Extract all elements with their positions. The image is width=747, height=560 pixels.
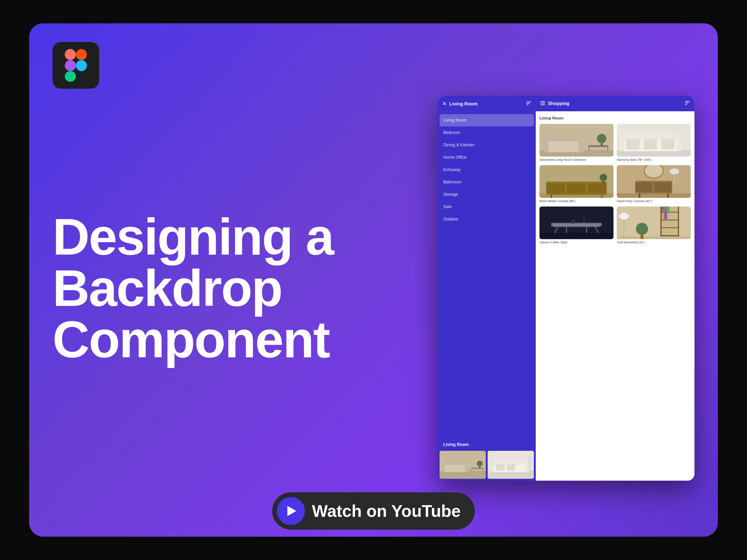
- svg-rect-1: [76, 49, 87, 60]
- svg-rect-37: [546, 139, 583, 152]
- nav-item-sale[interactable]: Sale: [438, 201, 536, 213]
- svg-rect-60: [588, 183, 606, 193]
- product-card-6[interactable]: Jordi Bookshelf (32"): [617, 207, 691, 244]
- svg-rect-101: [641, 235, 643, 239]
- product-name-1: Streamline Living Room Collection: [539, 158, 614, 162]
- svg-rect-93: [661, 227, 679, 228]
- svg-rect-66: [617, 193, 691, 198]
- play-circle: [277, 497, 305, 525]
- svg-rect-10: [443, 464, 468, 472]
- product-name-6: Jordi Bookshelf (32"): [617, 241, 691, 244]
- nav-item-home-office[interactable]: Home Office: [438, 151, 536, 164]
- product-card-2[interactable]: Harmony Sofa (76"–104"): [617, 124, 691, 162]
- svg-rect-85: [617, 207, 691, 239]
- svg-point-3: [76, 60, 87, 72]
- main-card: Designing a Backdrop Component ✕ Living …: [29, 23, 718, 537]
- svg-rect-31: [540, 105, 545, 105]
- svg-rect-68: [635, 183, 652, 192]
- svg-rect-41: [588, 145, 608, 147]
- product-image-5: [539, 207, 614, 239]
- svg-rect-54: [661, 139, 675, 149]
- nav-item-storage[interactable]: Storage: [438, 188, 536, 201]
- shopping-panel: Shopping Living Room: [536, 96, 694, 481]
- svg-point-103: [619, 213, 629, 219]
- svg-point-63: [600, 174, 607, 181]
- nav-item-dining-kitchen[interactable]: Dining & Kitchen: [438, 139, 536, 151]
- product-image-2: [617, 124, 691, 157]
- svg-rect-97: [667, 207, 670, 212]
- product-name-5: Volume Coffee Table: [539, 241, 614, 244]
- svg-rect-84: [583, 217, 585, 223]
- product-image-3: [539, 165, 614, 198]
- svg-rect-11: [443, 460, 468, 465]
- svg-rect-5: [526, 102, 531, 102]
- svg-rect-69: [654, 183, 671, 192]
- product-card-3[interactable]: Norre Media Console (80"): [539, 165, 614, 203]
- svg-point-44: [597, 134, 606, 143]
- product-card-4[interactable]: Hazel Entry Console (42"): [617, 165, 691, 203]
- figma-icon: [63, 49, 89, 82]
- play-icon: [287, 506, 296, 516]
- product-image-6: [617, 207, 691, 239]
- shopping-section-label: Living Room: [539, 116, 691, 121]
- products-grid: Streamline Living Room Collection: [539, 124, 691, 244]
- svg-rect-2: [65, 60, 76, 72]
- main-heading: Designing a Backdrop Component: [53, 211, 419, 365]
- nav-close-icon[interactable]: ✕: [442, 101, 446, 107]
- cta-label: Watch on YouTube: [312, 501, 461, 521]
- product-image-1: [539, 124, 614, 157]
- nav-filter-icon[interactable]: [526, 102, 531, 106]
- product-card-5[interactable]: Volume Coffee Table: [539, 207, 614, 244]
- svg-point-17: [477, 461, 483, 466]
- svg-rect-12: [442, 463, 445, 472]
- nav-products-grid: [438, 449, 536, 481]
- svg-rect-23: [491, 463, 495, 472]
- nav-items-list: Living Room Bedroom Dining & Kitchen Hom…: [438, 112, 536, 438]
- svg-rect-14: [471, 468, 483, 469]
- svg-rect-26: [507, 464, 515, 471]
- svg-rect-7: [526, 105, 528, 105]
- cta-container: Watch on YouTube: [53, 481, 694, 537]
- nav-item-outdoor[interactable]: Outdoor: [438, 213, 536, 225]
- svg-rect-30: [540, 103, 545, 104]
- product-image-4: [617, 165, 691, 198]
- product-name-2: Harmony Sofa (76"–104"): [617, 158, 691, 162]
- svg-rect-64: [602, 181, 604, 184]
- svg-rect-99: [664, 213, 667, 219]
- watch-youtube-button[interactable]: Watch on YouTube: [272, 492, 474, 530]
- shopping-panel-title: Shopping: [548, 101, 569, 106]
- nav-products-section-title: Living Room: [438, 438, 536, 449]
- svg-rect-29: [540, 101, 545, 102]
- nav-item-bathroom[interactable]: Bathroom: [438, 176, 536, 188]
- svg-rect-52: [626, 139, 640, 149]
- product-card-1[interactable]: Streamline Living Room Collection: [539, 124, 614, 162]
- shopping-content: Living Room: [536, 111, 694, 481]
- svg-point-72: [644, 165, 663, 178]
- svg-rect-98: [662, 213, 664, 219]
- svg-rect-50: [620, 137, 625, 152]
- ui-mockup: ✕ Living Room Living Room Bedroom D: [438, 96, 694, 481]
- nav-header: ✕ Living Room: [438, 96, 536, 112]
- svg-point-100: [636, 223, 648, 235]
- shopping-header: Shopping: [536, 96, 694, 111]
- svg-rect-32: [685, 101, 690, 102]
- svg-point-28: [526, 455, 532, 459]
- shopping-filter-icon[interactable]: [685, 101, 690, 106]
- svg-rect-4: [65, 71, 76, 82]
- nav-item-bedroom[interactable]: Bedroom: [438, 127, 536, 139]
- svg-rect-39: [544, 138, 548, 152]
- svg-rect-95: [662, 207, 664, 212]
- nav-product-thumb-2: [488, 451, 534, 479]
- svg-rect-88: [661, 207, 661, 236]
- nav-item-living-room[interactable]: Living Room: [440, 114, 534, 127]
- svg-rect-25: [496, 464, 505, 471]
- svg-rect-76: [539, 233, 614, 239]
- svg-point-83: [571, 219, 575, 223]
- svg-rect-18: [479, 466, 481, 468]
- nav-item-entryway[interactable]: Entryway: [438, 164, 536, 176]
- product-name-4: Hazel Entry Console (42"): [617, 199, 691, 203]
- left-text-block: Designing a Backdrop Component: [53, 211, 438, 365]
- svg-rect-45: [601, 143, 603, 146]
- shopping-menu-icon[interactable]: [540, 101, 545, 106]
- svg-rect-33: [685, 103, 688, 103]
